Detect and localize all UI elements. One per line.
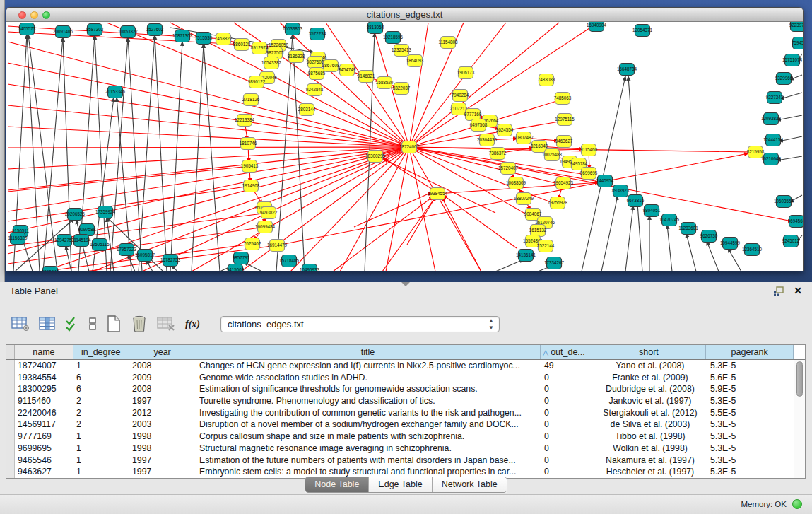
network-canvas[interactable]: 3405573200914068587303108533271527602108… (7, 22, 803, 271)
graph-node[interactable]: 16782753 (160, 255, 181, 267)
graph-node[interactable]: 18807249 (514, 193, 534, 205)
graph-node[interactable]: 12213384 (235, 115, 255, 127)
graph-edge[interactable] (667, 225, 672, 271)
network-window-titlebar[interactable]: citations_edges.txt (6, 8, 803, 22)
table-mode-icon[interactable] (11, 316, 30, 332)
graph-node[interactable]: 15720407 (498, 163, 519, 175)
graph-node[interactable]: 7485063 (554, 93, 572, 105)
graph-node[interactable]: 7483083 (538, 74, 555, 86)
column-header-name[interactable]: name (15, 345, 73, 359)
graph-node[interactable]: 9227343 (766, 92, 784, 104)
graph-node[interactable]: 16033803 (283, 23, 303, 35)
graph-node[interactable]: 8938923 (612, 185, 630, 197)
graph-node[interactable]: 8454749 (339, 64, 356, 76)
graph-node[interactable]: 1914908 (242, 180, 260, 192)
graph-node[interactable]: 8860128 (233, 39, 251, 51)
graph-edge[interactable] (354, 192, 432, 227)
graph-node[interactable]: 1905413 (241, 160, 259, 173)
graph-node[interactable]: 9804051 (643, 205, 661, 217)
graph-node[interactable]: 9242848 (306, 84, 324, 96)
delete-columns-icon[interactable] (131, 315, 148, 333)
graph-node[interactable]: 20364436 (477, 134, 498, 146)
graph-node[interactable]: 1864093 (406, 55, 424, 67)
graph-edge[interactable] (628, 76, 642, 271)
table-row[interactable]: 2242004622012Investigating the contribut… (6, 407, 805, 419)
graph-node[interactable]: 7515530 (195, 33, 213, 45)
graph-node[interactable]: 14136141 (516, 250, 536, 262)
delete-table-icon[interactable] (157, 316, 175, 332)
graph-node[interactable]: 9146821 (358, 71, 375, 83)
graph-node[interactable]: 11154808 (438, 37, 458, 49)
graph-node[interactable]: 16495933 (300, 264, 320, 271)
table-row[interactable]: 1938455462009Genome-wide association stu… (6, 372, 805, 384)
graph-node[interactable]: 16099484 (255, 221, 276, 233)
graph-node[interactable]: 11283601 (678, 223, 698, 235)
graph-node[interactable]: 10871303 (172, 30, 193, 42)
graph-node[interactable]: 17957223 (117, 244, 137, 256)
graph-node[interactable]: 1440954 (596, 175, 614, 187)
graph-node[interactable]: 9875685 (308, 68, 326, 80)
graph-node[interactable]: 12325413 (392, 45, 412, 57)
graph-node[interactable]: 15718485 (279, 255, 300, 267)
table-row[interactable]: 1830029562008Estimation of significance … (6, 383, 805, 395)
table-row[interactable]: 1456911722003Disruption of a novel membe… (6, 419, 805, 431)
graph-node[interactable]: 18300295 (365, 151, 386, 163)
graph-node[interactable]: 12054371 (632, 25, 653, 37)
graph-node[interactable]: 20206526 (65, 209, 86, 221)
graph-edge[interactable] (409, 147, 481, 271)
graph-node[interactable]: 9493822 (260, 207, 278, 219)
graph-edge[interactable] (728, 248, 741, 271)
network-view-window[interactable]: citations_edges.txt 34055732009140685873… (6, 7, 804, 271)
create-column-icon[interactable] (106, 315, 122, 333)
graph-node[interactable]: 10944599 (720, 238, 741, 250)
graph-edge[interactable] (384, 159, 495, 213)
graph-node[interactable]: 6497568 (470, 119, 488, 132)
graph-edge[interactable] (601, 196, 618, 271)
column-header-year[interactable]: year (129, 345, 196, 359)
graph-node[interactable]: 1527602 (146, 24, 164, 36)
graph-node[interactable]: 19756928 (548, 197, 568, 209)
table-selector-dropdown[interactable]: citations_edges.txt ▲▼ (220, 316, 500, 332)
graph-node[interactable]: 11156829 (8, 233, 28, 245)
graph-edge[interactable] (170, 42, 182, 271)
graph-node[interactable]: 3624554 (496, 124, 514, 136)
graph-edge[interactable] (95, 35, 107, 271)
graph-node[interactable]: 16648784 (617, 64, 637, 76)
graph-edge[interactable] (780, 93, 802, 99)
graph-node[interactable]: 11145194 (71, 235, 91, 247)
graph-node[interactable]: 8186328 (288, 51, 305, 63)
vertical-scrollbar[interactable] (794, 360, 805, 479)
tab-network-table[interactable]: Network Table (432, 477, 507, 492)
graph-node[interactable]: 12975115 (555, 114, 575, 126)
graph-node[interactable]: 7594511 (792, 37, 803, 49)
function-builder-icon[interactable]: f(x) (184, 317, 203, 331)
graph-node[interactable]: 1810746 (240, 138, 257, 150)
graph-edge[interactable] (8, 147, 409, 148)
graph-node[interactable]: 12364510 (742, 244, 763, 256)
graph-node[interactable]: 1588520 (376, 77, 394, 89)
show-columns-icon[interactable] (39, 316, 56, 332)
graph-node[interactable]: 12093832 (761, 113, 782, 125)
graph-edge[interactable] (8, 147, 409, 169)
table-row[interactable]: 977716911998Corpus callosum shape and si… (6, 431, 805, 443)
graph-edge[interactable] (128, 37, 142, 271)
column-header-in-degree[interactable]: in_degree (73, 345, 129, 359)
graph-node[interactable]: 3572234 (309, 28, 326, 40)
graph-node[interactable]: 12444154 (763, 134, 784, 146)
graph-node[interactable]: 8890443 (42, 267, 59, 271)
graph-node[interactable]: 10470745 (659, 214, 680, 226)
graph-edge[interactable] (407, 196, 436, 245)
graph-node[interactable]: 2867608 (322, 60, 340, 72)
graph-node[interactable]: 9415003 (227, 264, 245, 271)
table-row[interactable]: 1872400712008Changes of HCN gene express… (6, 360, 805, 372)
graph-node[interactable]: 7940284 (452, 90, 469, 102)
graph-node[interactable]: 2803144 (298, 104, 316, 116)
scrollbar-thumb[interactable] (796, 361, 803, 397)
graph-edge[interactable] (382, 158, 436, 192)
graph-node[interactable]: 9329966 (775, 73, 793, 85)
table-row[interactable]: 911546021997Tourette syndrome. Phenomeno… (6, 395, 805, 407)
graph-node[interactable]: 17334267 (544, 257, 565, 269)
graph-node[interactable]: 10853327 (118, 26, 139, 38)
float-panel-icon[interactable] (773, 286, 784, 296)
column-header-pagerank[interactable]: pagerank (706, 345, 794, 359)
